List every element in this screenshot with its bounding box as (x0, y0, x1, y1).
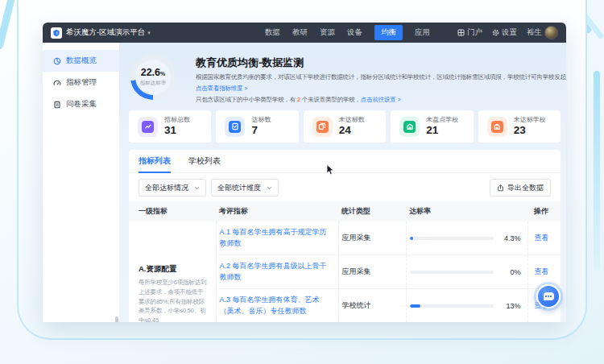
col-header-rate: 达标率 (406, 201, 527, 221)
mouse-cursor (326, 164, 336, 176)
stat-value: 24 (339, 124, 365, 137)
stat-value: 7 (251, 124, 271, 137)
school-icon (493, 122, 501, 130)
avatar (544, 26, 558, 39)
compliance-donut-chart: 22.6% 指标达标率 (130, 55, 176, 100)
stat-card-uninventoried-schools: 未盘点学校21 (391, 110, 473, 143)
sidebar-scrollbar[interactable] (115, 316, 118, 322)
app-window: 希沃魔方-区域演示平台 ▾ 数据 教研 资源 设备 均衡 应用 门户 设置 裕生 (43, 23, 566, 322)
platform-title[interactable]: 希沃魔方-区域演示平台 (66, 27, 145, 38)
docs-icon (318, 122, 326, 130)
dimension-filter-select[interactable]: 全部统计维度 (211, 179, 279, 196)
rate-value: 13% (506, 302, 520, 310)
decor-stripe-left (0, 0, 17, 50)
list-panel: 指标列表 学校列表 全部达标情况 全部统计维度 导出全数据 (129, 150, 561, 322)
user-menu[interactable]: 裕生 (527, 26, 558, 39)
indicator-gauge-icon (53, 79, 61, 87)
table-header-row: 一级指标 考评指标 统计类型 达标率 操作 (129, 201, 561, 221)
indicator-link[interactable]: A.1 每百名学生拥有高于规定学历教师数 (220, 228, 327, 247)
indicator-table: 一级指标 考评指标 统计类型 达标率 操作 A.资源配置 每所学校至少6项指标达… (129, 201, 561, 322)
school-icon (406, 122, 414, 130)
export-all-data-button[interactable]: 导出全数据 (490, 179, 551, 196)
top-navbar: 希沃魔方-区域演示平台 ▾ 数据 教研 资源 设备 均衡 应用 门户 设置 裕生 (43, 23, 566, 43)
page-description-line2: 只包含该区域下的中小学类型学校，有 2 个未设置类型的学校，点击前往设置 > (196, 96, 561, 104)
table-row: A.资源配置 每所学校至少6项指标达到上述要求，余项不能低于要求的85%;所有指… (129, 221, 561, 255)
page-title: 教育优质均衡-数据监测 (196, 56, 561, 70)
nav-item-data[interactable]: 数据 (265, 27, 280, 38)
col-header-indicator: 考评指标 (216, 201, 338, 221)
view-indicator-dimensions-link[interactable]: 点击查看指标维度 > (196, 85, 247, 92)
rate-value: 4.3% (504, 234, 521, 242)
tab-school-list[interactable]: 学校列表 (188, 150, 221, 173)
go-to-settings-link[interactable]: 点击前往设置 > (361, 96, 401, 103)
stat-type: 应用采集 (338, 221, 406, 255)
rate-bar (410, 237, 494, 240)
panel-tabs: 指标列表 学校列表 (129, 150, 561, 173)
donut-label: 指标达标率 (140, 80, 167, 87)
stat-cards: 指标总数31 达标数7 未达标数24 (129, 110, 561, 143)
stat-label: 未盘点学校 (426, 116, 458, 123)
view-link[interactable]: 查看 (535, 234, 549, 242)
chat-fab-button[interactable] (536, 284, 561, 308)
main-nav: 数据 教研 资源 设备 均衡 应用 (265, 25, 430, 40)
nav-item-apps[interactable]: 应用 (415, 27, 430, 38)
user-name: 裕生 (527, 27, 542, 38)
indicator-link[interactable]: A.3 每百名学生拥有体育、艺术（美术、音乐）专任教师数 (220, 296, 320, 315)
stat-type: 学校统计 (338, 289, 406, 323)
col-header-action: 操作 (527, 201, 561, 221)
stat-type: 应用采集 (338, 255, 406, 289)
portal-icon (457, 29, 465, 36)
main-content: 22.6% 指标达标率 教育优质均衡-数据监测 根据国家教育优质均衡的要求，对该… (119, 43, 566, 322)
nav-item-research[interactable]: 教研 (292, 27, 308, 38)
logo-shield-icon (52, 29, 60, 37)
check-doc-icon (231, 122, 239, 130)
chevron-down-icon (267, 186, 272, 190)
app-logo[interactable] (51, 27, 62, 39)
stat-label: 达标数 (251, 116, 271, 123)
stat-card-unmet-schools: 未达标学校23 (478, 110, 561, 143)
stat-card-met: 达标数7 (216, 110, 298, 143)
stat-value: 31 (164, 124, 190, 137)
rate-value: 0% (510, 268, 520, 276)
sidebar-item-survey-collection[interactable]: 问卷采集 (43, 93, 119, 115)
stat-value: 21 (426, 124, 458, 137)
nav-item-device[interactable]: 设备 (347, 27, 362, 38)
settings-button[interactable]: 设置 (492, 27, 517, 38)
chevron-down-icon[interactable]: ▾ (147, 30, 151, 36)
filter-bar: 全部达标情况 全部统计维度 导出全数据 (129, 173, 561, 201)
group-name: A.资源配置 (139, 264, 209, 275)
chevron-down-icon (194, 186, 200, 190)
stat-card-unmet: 未达标数24 (304, 110, 386, 143)
indicator-link[interactable]: A.2 每百名学生拥有县级以上骨干教师数 (220, 262, 327, 281)
stat-label: 未达标数 (339, 116, 365, 123)
sidebar-item-data-overview[interactable]: 数据概览 (43, 50, 119, 72)
data-overview-icon (53, 57, 61, 65)
col-header-level1: 一级指标 (129, 201, 216, 221)
sidebar: 数据概览 指标管理 问卷采集 (43, 43, 119, 322)
donut-value: 22.6 (141, 67, 160, 78)
gear-icon (492, 29, 499, 36)
group-cell: A.资源配置 每所学校至少6项指标达到上述要求，余项不能低于要求的85%;所有指… (129, 221, 216, 322)
rate-bar (410, 304, 494, 308)
stat-card-total-indicators: 指标总数31 (129, 110, 211, 143)
stat-label: 指标总数 (164, 116, 190, 123)
decor-stripe-right (594, 71, 600, 271)
view-link[interactable]: 查看 (535, 267, 549, 275)
compliance-filter-select[interactable]: 全部达标情况 (139, 179, 206, 196)
group-note: 每所学校至少6项指标达到上述要求，余项不能低于要求的85%;所有指标校际差异系数… (139, 278, 209, 322)
navbar-right: 门户 设置 裕生 (457, 26, 558, 39)
tab-indicator-list[interactable]: 指标列表 (139, 150, 171, 173)
stat-label: 未达标学校 (514, 116, 546, 123)
export-icon (497, 184, 504, 192)
nav-item-resource[interactable]: 资源 (320, 27, 335, 38)
trend-chart-icon (144, 122, 152, 130)
stat-value: 23 (514, 124, 546, 137)
nav-item-balance[interactable]: 均衡 (374, 25, 403, 40)
page: { "colors": {"accent": "#2e7bf6", "navba… (0, 0, 604, 364)
page-description-line1: 根据国家教育优质均衡的要求，对该区域下学校进行数据统计，指标分区域统计和学校统计… (196, 73, 561, 81)
rate-bar (410, 271, 494, 274)
sidebar-item-indicator-management[interactable]: 指标管理 (43, 72, 119, 93)
survey-doc-icon (53, 101, 61, 109)
portal-button[interactable]: 门户 (457, 27, 482, 38)
col-header-type: 统计类型 (338, 201, 406, 221)
